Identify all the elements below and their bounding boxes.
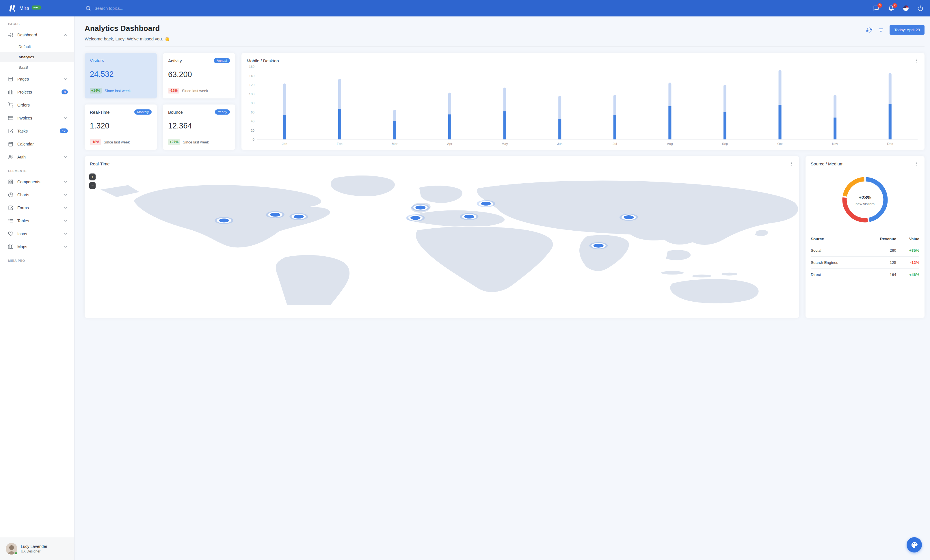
stats-grid: Visitors24.532+14%Since last weekActivit… [85, 53, 235, 150]
sidebar-badge-projects: 8 [62, 89, 68, 94]
svg-text:Mar: Mar [392, 142, 398, 146]
sidebar-item-projects[interactable]: Projects8 [0, 86, 74, 98]
credit-card-icon [8, 115, 13, 121]
grid-icon [8, 179, 13, 184]
sidebar-subitem-analytics[interactable]: Analytics [0, 52, 74, 62]
sidebar-item-charts[interactable]: Charts [0, 188, 74, 201]
chevron-down-icon [63, 244, 68, 249]
svg-text:60: 60 [251, 110, 254, 114]
map-zoom-out-button[interactable]: − [89, 182, 95, 189]
map-continents [100, 175, 465, 280]
sidebar-item-label: Icons [17, 232, 59, 236]
svg-text:120: 120 [249, 83, 254, 87]
chevron-down-icon [63, 193, 68, 197]
page-subtitle: Welcome back, Lucy! We've missed you. 👋 [85, 36, 169, 41]
stat-period-badge[interactable]: Yearly [215, 109, 230, 115]
stat-note: Since last week [182, 89, 208, 93]
svg-text:40: 40 [251, 120, 254, 123]
svg-text:Apr: Apr [447, 142, 452, 146]
sidebar-subitem-saas[interactable]: SaaS [0, 62, 74, 72]
sidebar-item-label: Invoices [17, 116, 59, 120]
pie-chart-icon [8, 192, 13, 198]
sidebar-item-orders[interactable]: Orders [0, 98, 74, 111]
chart-card-title: Mobile / Desktop [246, 58, 279, 63]
stat-card-visitors: Visitors24.532+14%Since last week [85, 53, 157, 98]
sidebar-item-maps[interactable]: Maps [0, 240, 74, 253]
sidebar-nav: PAGESDashboardDefaultAnalyticsSaaSPagesP… [0, 17, 74, 265]
svg-text:100: 100 [249, 92, 254, 96]
stat-delta-chip: +27% [168, 139, 180, 145]
stat-delta-chip: -12% [168, 88, 179, 94]
chevron-up-icon [63, 32, 68, 37]
sidebar-item-label: Maps [17, 244, 59, 249]
stat-period-badge[interactable]: Annual [214, 58, 230, 63]
sidebar-item-components[interactable]: Components [0, 175, 74, 188]
sidebar-item-invoices[interactable]: Invoices [0, 111, 74, 124]
world-map-svg [85, 169, 465, 280]
sidebar-item-dashboard[interactable]: Dashboard [0, 28, 74, 41]
svg-text:Jan: Jan [282, 142, 287, 146]
sidebar-item-label: Projects [17, 90, 57, 94]
sidebar-item-label: Auth [17, 155, 59, 160]
brand[interactable]: Mira PRO [0, 5, 74, 12]
sidebar-item-calendar[interactable]: Calendar [0, 137, 74, 150]
chevron-down-icon [63, 116, 68, 120]
chevron-down-icon [63, 232, 68, 236]
sidebar-item-pages[interactable]: Pages [0, 72, 74, 86]
stat-note: Since last week [183, 140, 209, 144]
mobile-desktop-card: Mobile / Desktop 020406080100120140160Ja… [242, 53, 465, 150]
chevron-down-icon [63, 180, 68, 184]
users-icon [8, 155, 13, 160]
list-icon [8, 218, 13, 223]
sidebar: PAGESDashboardDefaultAnalyticsSaaSPagesP… [0, 17, 74, 280]
realtime-map-card: Real-Time + − [85, 156, 465, 280]
search-input[interactable] [94, 6, 169, 11]
sidebar-item-label: Dashboard [17, 32, 59, 37]
sidebar-section-label: ELEMENTS [0, 163, 74, 175]
sidebar-item-label: Pages [17, 77, 59, 81]
stat-period-badge[interactable]: Monthly [134, 109, 152, 115]
stat-card-bounce: BounceYearly12.364+27%Since last week [163, 104, 235, 150]
map-zoom-in-button[interactable]: + [89, 173, 95, 180]
stat-value: 63.200 [168, 70, 230, 88]
top-navbar: Mira PRO 3 7 [0, 0, 465, 17]
sidebar-section-label: PAGES [0, 17, 74, 28]
sidebar-item-forms[interactable]: Forms [0, 201, 74, 214]
stat-value: 24.532 [90, 70, 152, 88]
sidebar-item-tables[interactable]: Tables [0, 214, 74, 227]
check-square-icon [8, 205, 13, 210]
stat-title: Real-Time [90, 110, 110, 115]
brand-name: Mira [19, 6, 29, 11]
world-map[interactable]: + − [85, 169, 465, 280]
sidebar-item-label: Orders [17, 103, 68, 107]
stat-delta-chip: +14% [90, 88, 102, 94]
main-content: Analytics Dashboard Welcome back, Lucy! … [74, 17, 465, 280]
stat-value: 12.364 [168, 121, 230, 139]
stat-title: Bounce [168, 110, 183, 115]
header-divider [85, 46, 465, 47]
sidebar-item-label: Components [17, 180, 59, 184]
sidebar-item-tasks[interactable]: Tasks17 [0, 124, 74, 137]
calendar-icon [8, 141, 13, 147]
sliders-icon [8, 32, 13, 38]
page-title: Analytics Dashboard [85, 24, 169, 33]
map-icon [8, 244, 13, 249]
svg-text:140: 140 [249, 74, 254, 78]
layout-icon [8, 77, 13, 82]
search-icon [86, 6, 91, 11]
navbar-search[interactable] [86, 6, 465, 11]
chevron-down-icon [63, 218, 68, 223]
sidebar-badge-tasks: 17 [60, 129, 68, 133]
sidebar-section-label: MIRA PRO [0, 253, 74, 265]
check-square-icon [8, 129, 13, 133]
sidebar-item-icons[interactable]: Icons [0, 227, 74, 240]
sidebar-item-auth[interactable]: Auth [0, 150, 74, 163]
page-header: Analytics Dashboard Welcome back, Lucy! … [85, 24, 465, 41]
svg-text:20: 20 [251, 129, 254, 132]
heart-icon [8, 231, 13, 236]
stat-note: Since last week [105, 89, 131, 93]
mobile-desktop-chart: 020406080100120140160JanFebMarAprMayJunJ… [246, 65, 465, 148]
pro-badge: PRO [32, 6, 41, 9]
mira-logo-icon [9, 5, 17, 12]
sidebar-subitem-default[interactable]: Default [0, 41, 74, 52]
